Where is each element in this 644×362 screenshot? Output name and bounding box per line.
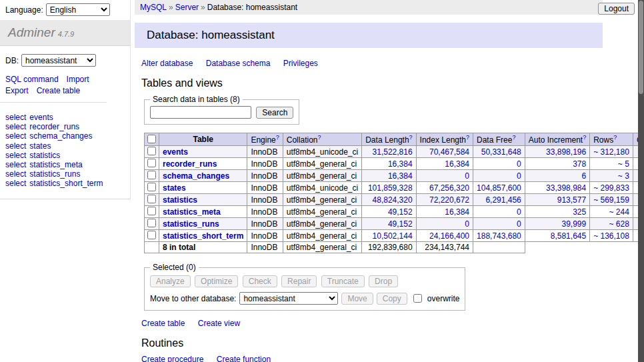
row-checkbox[interactable]	[147, 195, 156, 203]
help-link[interactable]: ?	[512, 134, 515, 141]
data-free-link[interactable]: 50,331,648	[481, 147, 521, 157]
data-free-link[interactable]: 0	[517, 219, 521, 229]
data-free-link[interactable]: 0	[517, 159, 521, 169]
auto-increment-link[interactable]: 378	[573, 159, 586, 169]
db-action-link[interactable]: Privileges	[283, 59, 318, 68]
row-checkbox[interactable]	[147, 159, 156, 167]
move-database-select[interactable]: homeassistant	[239, 292, 338, 305]
rows-count-link[interactable]: ~ 244	[609, 207, 629, 217]
sidebar-select-link[interactable]: select	[5, 169, 26, 179]
index-length-link[interactable]: 67,256,320	[429, 183, 469, 193]
index-length-link[interactable]: 24,166,400	[429, 231, 469, 241]
row-checkbox[interactable]	[147, 231, 156, 239]
help-link[interactable]: ?	[409, 134, 413, 141]
sidebar-table-link[interactable]: events	[29, 113, 53, 122]
breadcrumb-link-server[interactable]: Server	[175, 3, 199, 12]
select-all-checkbox[interactable]	[147, 135, 156, 143]
sidebar-select-link[interactable]: select	[5, 131, 26, 141]
sidebar-table-link[interactable]: statistics_meta	[29, 160, 82, 169]
table-name-link[interactable]: statistics_meta	[163, 207, 221, 217]
db-select[interactable]: homeassistant	[21, 54, 96, 67]
help-link[interactable]: ?	[613, 134, 617, 141]
sidebar-select-link[interactable]: select	[5, 179, 26, 188]
language-select[interactable]: English	[46, 3, 110, 16]
row-checkbox[interactable]	[147, 219, 156, 227]
search-input[interactable]	[150, 106, 251, 119]
sidebar-select-link[interactable]: select	[5, 113, 26, 122]
data-free-link[interactable]: 0	[517, 171, 521, 181]
table-name-link[interactable]: recorder_runs	[163, 159, 217, 169]
sidebar-link[interactable]: Import	[67, 75, 89, 84]
sidebar-link[interactable]: Create table	[37, 86, 80, 95]
index-length-link[interactable]: 16,384	[445, 159, 469, 169]
sidebar-table-link[interactable]: statistics	[29, 151, 60, 160]
data-length-link[interactable]: 31,522,816	[373, 147, 413, 157]
auto-increment-link[interactable]: 33,898,196	[546, 147, 586, 157]
data-free-link[interactable]: 6,291,456	[485, 195, 521, 205]
table-name-link[interactable]: statistics_short_term	[163, 231, 243, 241]
data-free-link[interactable]: 188,743,680	[477, 231, 521, 241]
vertical-scrollbar[interactable]	[638, 0, 644, 362]
row-checkbox[interactable]	[147, 147, 156, 155]
index-length-link[interactable]: 16,384	[445, 207, 469, 217]
logout-button[interactable]: Logout	[598, 3, 635, 15]
sidebar-select-link[interactable]: select	[5, 160, 26, 169]
row-checkbox[interactable]	[147, 183, 156, 191]
index-length-link[interactable]: 70,467,584	[429, 147, 469, 157]
db-action-link[interactable]: Alter database	[141, 59, 193, 68]
auto-increment-link[interactable]: 39,999	[561, 219, 586, 229]
data-length-link[interactable]: 101,859,328	[368, 183, 413, 193]
scrollbar-thumb[interactable]	[639, 1, 643, 94]
table-name-link[interactable]: statistics	[163, 195, 197, 205]
auto-increment-link[interactable]: 913,577	[557, 195, 586, 205]
breadcrumb-link-mysql[interactable]: MySQL	[140, 3, 167, 12]
sidebar-link[interactable]: SQL command	[5, 75, 59, 84]
table-name-link[interactable]: schema_changes	[163, 171, 229, 181]
routine-link[interactable]: Create function	[217, 355, 271, 362]
row-checkbox[interactable]	[147, 171, 156, 179]
create-link[interactable]: Create table	[141, 319, 185, 328]
overwrite-checkbox[interactable]	[413, 294, 422, 303]
sidebar-link[interactable]: Export	[5, 86, 29, 95]
help-link[interactable]: ?	[276, 134, 279, 141]
auto-increment-link[interactable]: 8,581,645	[551, 231, 586, 241]
rows-count-link[interactable]: ~ 299,833	[593, 183, 629, 193]
index-length-link[interactable]: 72,220,672	[429, 195, 469, 205]
sidebar-select-link[interactable]: select	[5, 151, 26, 160]
help-link[interactable]: ?	[317, 134, 321, 141]
auto-increment-link[interactable]: 325	[573, 207, 586, 217]
data-length-link[interactable]: 48,824,320	[373, 195, 413, 205]
data-length-link[interactable]: 16,384	[388, 171, 413, 181]
data-free-link[interactable]: 0	[517, 207, 521, 217]
auto-increment-link[interactable]: 6	[581, 171, 586, 181]
rows-count-link[interactable]: ~ 136,108	[593, 231, 629, 241]
index-length-link[interactable]: 0	[465, 219, 469, 229]
sidebar-table-link[interactable]: recorder_runs	[29, 122, 79, 131]
table-name-link[interactable]: statistics_runs	[163, 219, 219, 229]
table-name-link[interactable]: states	[163, 183, 186, 193]
rows-count-link[interactable]: ~ 3	[618, 171, 629, 181]
help-link[interactable]: ?	[583, 134, 586, 141]
rows-count-link[interactable]: ~ 5	[618, 159, 629, 169]
table-name-link[interactable]: events	[163, 147, 188, 157]
data-length-link[interactable]: 10,502,144	[373, 231, 413, 241]
sidebar-table-link[interactable]: schema_changes	[29, 131, 92, 141]
sidebar-table-link[interactable]: states	[29, 141, 51, 151]
create-link[interactable]: Create view	[198, 319, 240, 328]
index-length-link[interactable]: 0	[465, 171, 469, 181]
data-length-link[interactable]: 49,152	[388, 219, 413, 229]
search-button[interactable]: Search	[256, 107, 293, 119]
sidebar-select-link[interactable]: select	[5, 141, 26, 151]
sidebar-select-link[interactable]: select	[5, 122, 26, 131]
rows-count-link[interactable]: ~ 312,180	[593, 147, 629, 157]
sidebar-table-link[interactable]: statistics_short_term	[29, 179, 103, 188]
data-length-link[interactable]: 49,152	[388, 207, 413, 217]
data-length-link[interactable]: 16,384	[388, 159, 413, 169]
rows-count-link[interactable]: ~ 628	[609, 219, 629, 229]
db-action-link[interactable]: Database schema	[206, 59, 271, 68]
rows-count-link[interactable]: ~ 569,159	[593, 195, 629, 205]
routine-link[interactable]: Create procedure	[141, 355, 203, 362]
row-checkbox[interactable]	[147, 207, 156, 215]
data-free-link[interactable]: 104,857,600	[477, 183, 521, 193]
help-link[interactable]: ?	[466, 134, 469, 141]
